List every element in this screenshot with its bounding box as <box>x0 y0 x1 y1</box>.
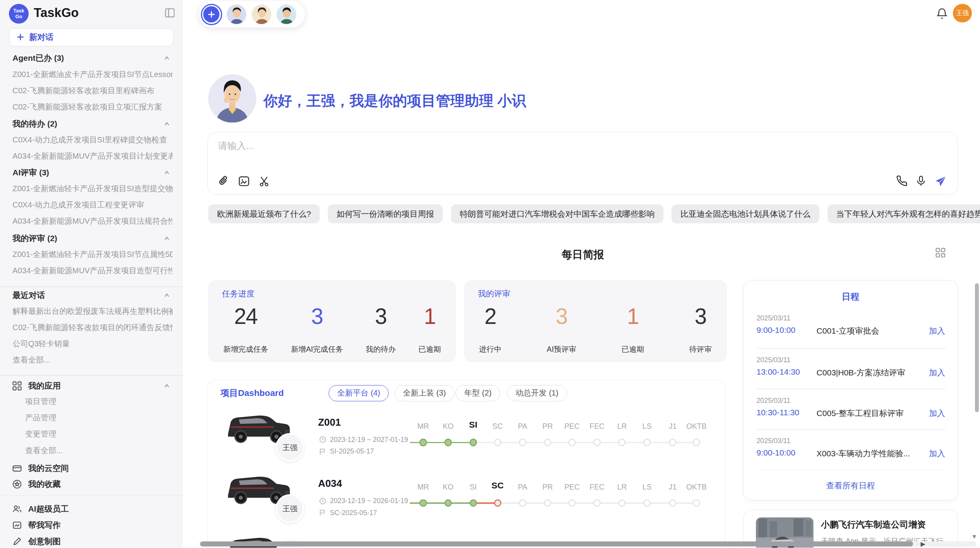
send-icon[interactable] <box>935 175 947 188</box>
milestone-dot[interactable] <box>669 499 676 507</box>
section-my-review[interactable]: 我的评审 (2) <box>12 233 170 244</box>
milestone-dot[interactable] <box>618 439 625 446</box>
view-all-chats[interactable]: 查看全部... <box>12 354 173 366</box>
suggestion-chip[interactable]: 比亚迪全固态电池计划具体说了什么 <box>672 204 819 223</box>
milestone-dot[interactable] <box>593 439 601 446</box>
section-my-todo[interactable]: 我的待办 (2) <box>12 118 170 129</box>
filter-new-body[interactable]: 全新上装 (3) <box>394 385 454 401</box>
suggestion-chip[interactable]: 当下年轻人对汽车外观有怎样的喜好趋势 <box>828 204 980 223</box>
list-item[interactable]: C02-飞腾新能源轻客改款项目的闭环通告反馈情况 <box>12 322 173 333</box>
horizontal-scrollbar-thumb[interactable] <box>200 541 913 546</box>
milestone-dot[interactable] <box>669 439 676 446</box>
milestone-dot[interactable] <box>643 439 651 446</box>
milestone-dot[interactable] <box>444 439 452 446</box>
chevron-up-icon[interactable] <box>164 170 170 176</box>
sidebar-item-help-me-write[interactable]: 帮我写作 <box>12 519 170 531</box>
list-item[interactable]: C02-飞腾新能源轻客改款项目里程碑画布 <box>12 85 173 96</box>
assistant-avatar-1[interactable] <box>226 4 247 24</box>
list-item[interactable]: C0X4-动力总成开发项目SI里程碑提交物检查 <box>12 134 173 146</box>
milestone-dot[interactable] <box>519 499 526 507</box>
chat-input[interactable] <box>218 140 906 170</box>
microphone-icon[interactable] <box>915 175 928 188</box>
sidebar-item-creative-drawing[interactable]: 创意制图 <box>12 535 170 548</box>
sidebar-item-cloud-space[interactable]: 我的云空间 <box>12 462 170 474</box>
assistant-avatar-2[interactable] <box>252 4 272 24</box>
schedule-event[interactable]: X003-车辆动力学性能验... <box>817 448 910 459</box>
list-item[interactable]: A034-全新新能源MUV产品开发项目法规符合性评审 <box>12 216 173 227</box>
join-link[interactable]: 加入 <box>929 367 945 378</box>
chevron-up-icon[interactable] <box>164 121 170 127</box>
filter-model-year[interactable]: 年型 (2) <box>456 385 500 401</box>
list-item[interactable]: C02-飞腾新能源轻客改款项目立项汇报方案 <box>12 101 173 113</box>
list-item[interactable]: 公司Q3轻卡销量 <box>12 338 173 349</box>
milestone-dot[interactable] <box>494 439 501 446</box>
new-chat-button[interactable]: 新对话 <box>9 28 174 46</box>
add-assistant-button[interactable] <box>201 4 222 25</box>
filter-new-platform[interactable]: 全新平台 (4) <box>329 385 389 401</box>
join-link[interactable]: 加入 <box>929 325 945 336</box>
scroll-down-arrow[interactable]: ▼ <box>971 533 977 540</box>
milestone-dot[interactable] <box>593 499 601 507</box>
section-recent-chats[interactable]: 最近对话 <box>12 289 170 301</box>
project-name[interactable]: A034 <box>318 478 342 489</box>
scroll-right-arrow[interactable]: ▶ <box>920 540 925 548</box>
sidebar-item-change-mgmt[interactable]: 变更管理 <box>25 428 169 440</box>
chevron-up-icon[interactable] <box>164 292 170 298</box>
chevron-up-icon[interactable] <box>164 383 170 389</box>
milestone-dot[interactable] <box>568 499 576 507</box>
list-item[interactable]: C0X4-动力总成开发项目工程变更评审 <box>12 199 173 211</box>
section-ai-review[interactable]: AI评审 (3) <box>12 167 170 178</box>
view-all-apps[interactable]: 查看全部... <box>25 445 169 456</box>
milestone-dot-overdue[interactable] <box>494 499 501 507</box>
voice-call-icon[interactable] <box>896 175 909 188</box>
assistant-avatar-3[interactable] <box>276 4 296 24</box>
sidebar-item-my-apps[interactable]: 我的应用 <box>12 380 170 392</box>
join-link[interactable]: 加入 <box>929 408 945 419</box>
join-link[interactable]: 加入 <box>929 448 945 459</box>
list-item[interactable]: Z001-全新燃油皮卡产品开发项目SI节点Lesson Learn报告 <box>12 69 173 80</box>
schedule-event[interactable]: C003|H0B-方案冻结评审 <box>817 367 906 378</box>
milestone-dot[interactable] <box>544 499 551 507</box>
vertical-scrollbar-thumb[interactable] <box>975 283 979 412</box>
sidebar-item-product-mgmt[interactable]: 产品管理 <box>25 412 169 423</box>
notifications-bell-icon[interactable] <box>937 8 947 22</box>
milestone-dot[interactable] <box>420 499 427 507</box>
list-item[interactable]: A034-全新新能源MUV产品开发项目计划变更表编写 <box>12 151 173 162</box>
chevron-up-icon[interactable] <box>164 55 170 61</box>
suggestion-chip[interactable]: 特朗普可能对进口汽车增税会对中国车企造成哪些影响 <box>451 204 663 223</box>
milestone-dot[interactable] <box>693 499 700 507</box>
list-item[interactable]: 解释最新出台的欧盟报废车法规再生塑料比例被调至15%... <box>12 306 173 317</box>
sidebar-item-ai-super-staff[interactable]: AI超级员工 <box>12 503 170 515</box>
sidebar-collapse-icon[interactable] <box>165 8 175 20</box>
sidebar-item-project-mgmt[interactable]: 项目管理 <box>25 396 169 407</box>
schedule-event[interactable]: C001-立项审批会 <box>817 325 879 336</box>
milestone-dot[interactable] <box>568 439 576 446</box>
project-name[interactable]: Z001 <box>318 417 341 428</box>
milestone-dot[interactable] <box>618 499 625 507</box>
list-item[interactable]: A034-全新新能源MUV产品开发项目造型可行性评审 <box>12 265 173 276</box>
attachment-icon[interactable] <box>218 175 230 188</box>
chevron-up-icon[interactable] <box>164 235 170 241</box>
milestone-dot[interactable] <box>469 439 477 446</box>
list-item[interactable]: Z001-全新燃油轻卡产品开发项目SI节点属性5D文件评审 <box>12 249 173 260</box>
suggestion-chip[interactable]: 欧洲新规最近颁布了什么? <box>208 204 320 223</box>
image-upload-icon[interactable] <box>238 175 250 188</box>
milestone-dot[interactable] <box>444 499 452 507</box>
milestone-dot[interactable] <box>544 439 551 446</box>
news-title[interactable]: 小鹏飞行汽车制造公司增资 <box>821 519 926 531</box>
milestone-dot[interactable] <box>519 439 526 446</box>
schedule-event[interactable]: C005-整车工程目标评审 <box>817 408 904 419</box>
milestone-dot[interactable] <box>693 439 700 446</box>
screenshot-scissors-icon[interactable] <box>258 175 271 188</box>
list-item[interactable]: Z001-全新燃油轻卡产品开发项目SI造型提交物评审 <box>12 183 173 194</box>
milestone-dot[interactable] <box>643 499 651 507</box>
suggestion-chip[interactable]: 如何写一份清晰的项目周报 <box>328 204 443 223</box>
filter-powertrain[interactable]: 动总开发 (1) <box>507 385 567 401</box>
user-avatar[interactable]: 王强 <box>953 4 971 22</box>
sidebar-item-favorites[interactable]: 我的收藏 <box>12 478 170 490</box>
section-agent-done[interactable]: Agent已办 (3) <box>12 53 170 64</box>
view-all-schedule[interactable]: 查看所有日程 <box>744 480 958 491</box>
layout-grid-icon[interactable] <box>935 248 946 260</box>
milestone-dot[interactable] <box>469 499 477 507</box>
milestone-dot[interactable] <box>420 439 427 446</box>
